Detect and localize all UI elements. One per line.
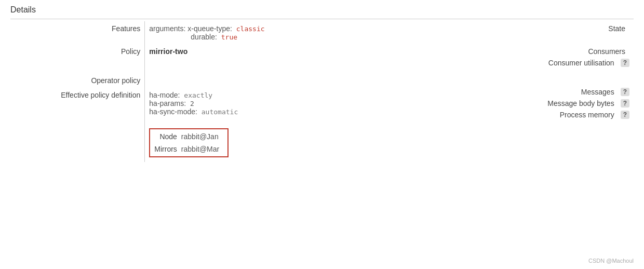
ha-params-value: 2 <box>190 100 194 107</box>
right-messages <box>450 73 634 88</box>
consumer-utilisation-label: Consumer utilisation <box>548 59 619 67</box>
consumers-row: Consumers <box>454 47 629 56</box>
message-body-bytes-label: Message body bytes <box>547 99 618 107</box>
durable-value: true <box>221 33 237 41</box>
node-mirrors-value: Node rabbit@Jan Mirrors rabbit@Mar <box>145 125 450 162</box>
operator-policy-value <box>145 73 450 88</box>
ha-mode-value: exactly <box>184 91 212 99</box>
operator-policy-label: Operator policy <box>10 73 145 88</box>
policy-row: Policy mirrior-two Consumers Consumer ut… <box>10 44 634 73</box>
ha-params-label: ha-params: <box>149 99 186 107</box>
node-mirrors-spacer <box>10 125 145 162</box>
process-memory-badge[interactable]: ? <box>621 111 629 119</box>
node-mirrors-inner-table: Node rabbit@Jan Mirrors rabbit@Mar <box>154 130 223 155</box>
messages-row: Messages ? <box>454 88 629 96</box>
ha-mode-row: ha-mode: exactly <box>149 91 446 99</box>
policy-value-text: mirrior-two <box>149 47 187 56</box>
ha-mode-label: ha-mode: <box>149 91 180 99</box>
durable-label: durable: <box>191 33 217 41</box>
ha-sync-mode-row: ha-sync-mode: automatic <box>149 107 446 116</box>
node-label: Node <box>154 130 181 143</box>
effective-policy-value: ha-mode: exactly ha-params: 2 ha-sync-mo… <box>145 88 450 125</box>
consumer-utilisation-badge[interactable]: ? <box>621 59 629 67</box>
right-consumers: Consumers Consumer utilisation ? <box>450 44 634 73</box>
mirrors-value: rabbit@Mar <box>181 143 223 155</box>
messages-label: Messages <box>581 88 619 96</box>
mirrors-label: Mirrors <box>154 143 181 155</box>
ha-sync-mode-value: automatic <box>202 108 238 116</box>
policy-label: Policy <box>10 44 145 73</box>
policy-value: mirrior-two <box>145 44 450 73</box>
state-label: State <box>608 24 629 33</box>
node-row: Node rabbit@Jan <box>154 130 223 143</box>
operator-policy-row: Operator policy <box>10 73 634 88</box>
right-metrics: Messages ? Message body bytes ? Process … <box>450 88 634 125</box>
state-row: State <box>454 24 629 33</box>
mirrors-row: Mirrors rabbit@Mar <box>154 143 223 155</box>
ha-sync-mode-label: ha-sync-mode: <box>149 107 197 116</box>
x-queue-type-value: classic <box>236 25 265 33</box>
right-state: State <box>450 21 634 44</box>
node-mirrors-row: Node rabbit@Jan Mirrors rabbit@Mar <box>10 125 634 162</box>
node-value: rabbit@Jan <box>181 130 223 143</box>
watermark: CSDN @Machoul <box>588 258 634 264</box>
consumers-label: Consumers <box>588 47 629 56</box>
consumer-utilisation-row: Consumer utilisation ? <box>454 59 629 67</box>
section-title: Details <box>10 5 634 19</box>
arguments-label: arguments: <box>149 24 185 33</box>
right-empty <box>450 125 634 162</box>
features-label: Features <box>10 21 145 44</box>
effective-policy-label: Effective policy definition <box>10 88 145 125</box>
process-memory-label: Process memory <box>560 111 619 119</box>
process-memory-row: Process memory ? <box>454 111 629 119</box>
details-table: Features arguments: x-queue-type: classi… <box>10 21 634 162</box>
effective-policy-row: Effective policy definition ha-mode: exa… <box>10 88 634 125</box>
message-body-bytes-row: Message body bytes ? <box>454 99 629 107</box>
features-row: Features arguments: x-queue-type: classi… <box>10 21 634 44</box>
features-value: arguments: x-queue-type: classic durable… <box>145 21 450 44</box>
message-body-bytes-badge[interactable]: ? <box>621 99 629 107</box>
details-section: Details Features arguments: x-queue-type… <box>0 0 644 269</box>
messages-badge[interactable]: ? <box>621 88 629 96</box>
ha-params-row: ha-params: 2 <box>149 99 446 107</box>
node-mirrors-box: Node rabbit@Jan Mirrors rabbit@Mar <box>149 128 229 157</box>
x-queue-type-label: x-queue-type: <box>187 24 232 33</box>
